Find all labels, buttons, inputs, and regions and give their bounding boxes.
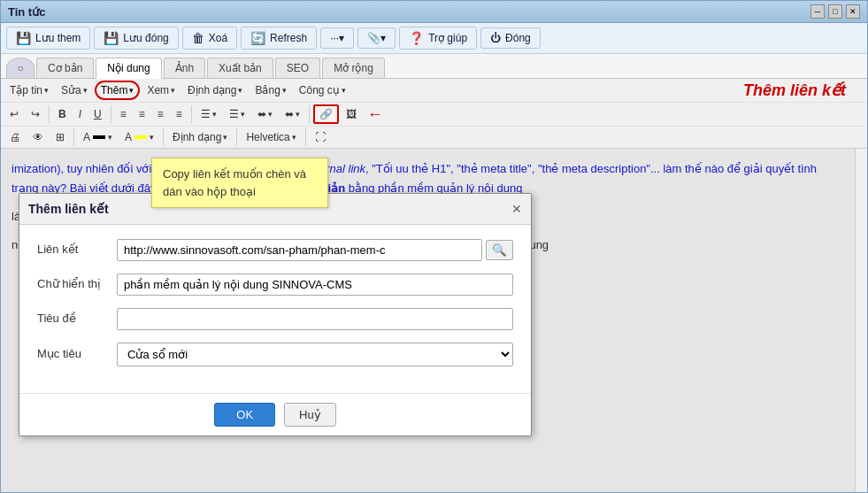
close-button[interactable]: ✕ <box>846 4 860 19</box>
extra-bar: 🖨 👁 ⊞ A ▾ A ▾ Định dạng ▾ Helvetica ▾ <box>1 126 867 148</box>
text-color-icon: A <box>83 131 90 143</box>
separator-6 <box>163 128 164 146</box>
separator-7 <box>236 128 237 146</box>
link-target-select[interactable]: Cửa sổ mới _self _blank _parent _top <box>117 343 513 366</box>
save-close-label: Lưu đóng <box>123 32 168 44</box>
underline-button[interactable]: U <box>88 105 107 123</box>
bg-color-icon: A <box>125 131 132 143</box>
menu-sua[interactable]: Sửa ▾ <box>56 81 93 99</box>
refresh-button[interactable]: 🔄 Refresh <box>241 27 317 50</box>
bold-button[interactable]: B <box>53 105 72 123</box>
separator-2 <box>111 105 111 123</box>
list-button[interactable]: ☰▾ <box>196 105 222 123</box>
delete-label: Xoá <box>209 32 227 44</box>
italic-button[interactable]: I <box>73 105 87 123</box>
titlebar: Tin tức ─ □ ✕ <box>1 1 867 23</box>
menu-bar: Tập tin ▾ Sửa ▾ Thêm ▾ Xem ▾ Định dạng ▾… <box>1 79 867 102</box>
menu-congcu[interactable]: Công cụ ▾ <box>294 81 351 99</box>
editor-content[interactable]: imization), tuy nhiên đối với những ngườ… <box>1 149 855 492</box>
tab-anh[interactable]: Ảnh <box>164 58 205 78</box>
link-target-label: Mục tiêu <box>37 345 117 364</box>
delete-button[interactable]: 🗑 Xoá <box>182 27 237 50</box>
text-color-button[interactable]: A ▾ <box>78 128 118 146</box>
more-label: ···▾ <box>330 32 344 44</box>
attach-button[interactable]: 📎▾ <box>357 27 396 49</box>
dialog-cancel-button[interactable]: Huỷ <box>284 403 336 427</box>
close-label: Đóng <box>505 32 531 44</box>
bg-color-button[interactable]: A ▾ <box>119 128 159 146</box>
tab-noidung[interactable]: Nội dung <box>96 58 161 79</box>
font-dropdown[interactable]: Helvetica ▾ <box>241 128 301 146</box>
menu-taptin[interactable]: Tập tin ▾ <box>4 81 54 99</box>
refresh-icon: 🔄 <box>250 31 265 45</box>
link-title-label: Tiêu đề <box>37 310 117 328</box>
menu-bang[interactable]: Bảng ▾ <box>250 81 291 99</box>
save-them-button[interactable]: 💾 Lưu them <box>6 27 90 50</box>
dialog-footer: OK Huỷ <box>19 393 531 435</box>
restore-button[interactable]: □ <box>828 4 842 19</box>
text-color-indicator <box>93 135 105 139</box>
arrow-indicator: ← <box>367 105 383 124</box>
close-btn[interactable]: ⏻ Đóng <box>480 27 541 49</box>
numlist-button[interactable]: ☰▾ <box>224 105 250 123</box>
refresh-label: Refresh <box>270 32 307 44</box>
link-url-input[interactable] <box>117 239 482 261</box>
source-button[interactable]: ⊞ <box>50 128 70 146</box>
fullscreen-button[interactable]: ⛶ <box>310 128 331 146</box>
tab-circle[interactable]: ○ <box>6 58 35 78</box>
tab-seo[interactable]: SEO <box>275 58 320 78</box>
separator-5 <box>73 128 74 146</box>
dialog-close-button[interactable]: ✕ <box>511 202 522 216</box>
link-title-row: Tiêu đề <box>37 308 513 330</box>
menu-xem[interactable]: Xem ▾ <box>142 81 181 99</box>
tab-coban[interactable]: Cơ bản <box>36 58 94 78</box>
menu-dinhang[interactable]: Định dạng ▾ <box>182 81 248 99</box>
more-button[interactable]: ···▾ <box>320 27 354 49</box>
link-title-input[interactable] <box>117 308 513 330</box>
main-window: Tin tức ─ □ ✕ 💾 Lưu them 💾 Lưu đóng 🗑 Xo… <box>0 0 868 493</box>
print-button[interactable]: 🖨 <box>4 128 26 146</box>
redo-button[interactable]: ↪ <box>26 105 45 123</box>
align-right-button[interactable]: ≡ <box>152 105 169 123</box>
help-button[interactable]: ❓ Trợ giúp <box>399 27 477 50</box>
help-label: Trợ giúp <box>428 32 467 44</box>
undo-button[interactable]: ↩ <box>4 105 24 123</box>
dialog-title: Thêm liên kết <box>28 199 109 219</box>
vertical-scrollbar[interactable] <box>855 149 867 492</box>
menu-them[interactable]: Thêm ▾ <box>95 81 141 100</box>
link-url-row: Liên kết 🔍 <box>37 239 513 261</box>
insert-link-button[interactable]: 🔗 <box>313 104 339 124</box>
link-browse-button[interactable]: 🔍 <box>486 240 513 260</box>
indent-button[interactable]: ⬌▾ <box>252 105 278 123</box>
tab-xuatban[interactable]: Xuất bản <box>207 58 273 78</box>
save-close-icon: 💾 <box>104 31 119 45</box>
window-controls: ─ □ ✕ <box>810 4 860 19</box>
preview-button[interactable]: 👁 <box>27 128 49 146</box>
save-them-icon: 💾 <box>16 31 31 45</box>
format-bar: ↩ ↪ B I U ≡ ≡ ≡ ≡ ☰▾ ☰▾ ⬌▾ ⬌▾ 🔗 🖼 <box>1 102 867 126</box>
link-text-input-wrap <box>117 273 513 296</box>
align-left-button[interactable]: ≡ <box>115 105 132 123</box>
align-center-button[interactable]: ≡ <box>134 105 150 123</box>
link-url-input-wrap: 🔍 <box>117 239 513 261</box>
link-text-row: Chữ hiển thị <box>37 273 513 296</box>
format-dropdown[interactable]: Định dạng ▾ <box>167 128 233 146</box>
link-title-input-wrap <box>117 308 513 330</box>
separator-3 <box>191 105 192 123</box>
content-area: imization), tuy nhiên đối với những ngườ… <box>1 149 867 492</box>
help-icon: ❓ <box>409 31 424 45</box>
attach-icon: 📎▾ <box>367 32 386 44</box>
save-close-button[interactable]: 💾 Lưu đóng <box>94 27 178 50</box>
minimize-button[interactable]: ─ <box>810 4 825 19</box>
editor-area: Tập tin ▾ Sửa ▾ Thêm ▾ Xem ▾ Định dạng ▾… <box>1 79 867 492</box>
link-text-input[interactable] <box>117 273 513 296</box>
bg-color-indicator <box>134 135 147 139</box>
tab-morong[interactable]: Mở rộng <box>322 58 385 78</box>
dialog-ok-button[interactable]: OK <box>214 403 275 427</box>
tooltip-bubble: Copy liên kết muốn chèn và dán vào hộp t… <box>151 158 328 208</box>
align-justify-button[interactable]: ≡ <box>171 105 188 123</box>
tooltip-text: Copy liên kết muốn chèn và dán vào hộp t… <box>163 167 306 198</box>
power-icon: ⏻ <box>490 32 501 44</box>
outdent-button[interactable]: ⬌▾ <box>280 105 305 123</box>
insert-image-button[interactable]: 🖼 <box>341 105 362 123</box>
